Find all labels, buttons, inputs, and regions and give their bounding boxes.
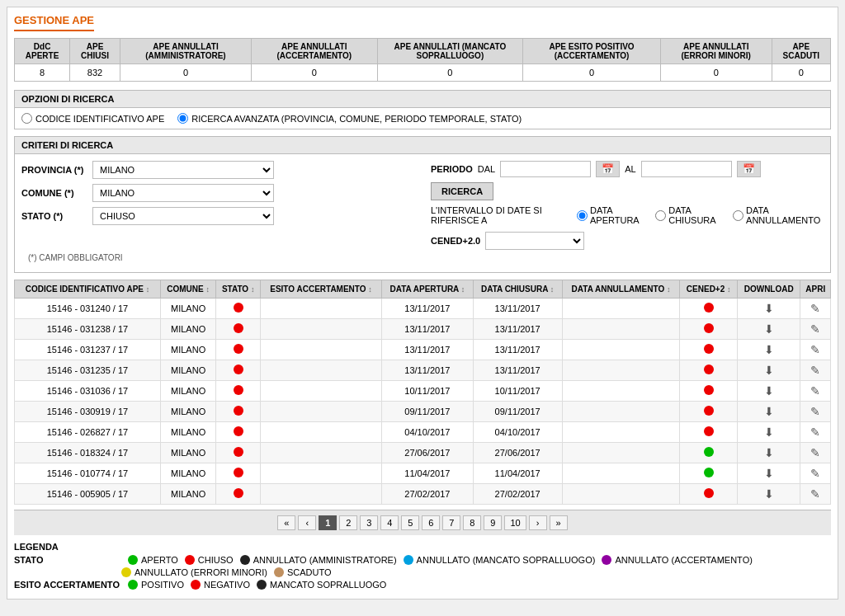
cell-apri[interactable]: ✎ bbox=[800, 319, 831, 340]
cell-download[interactable]: ⬇ bbox=[737, 443, 800, 463]
radio-date-apertura[interactable] bbox=[577, 210, 588, 221]
radio-avanzata-label[interactable]: RICERCA AVANZATA (PROVINCIA, COMUNE, PER… bbox=[177, 113, 522, 124]
col-header-apertura[interactable]: DATA APERTURA ↕ bbox=[382, 280, 474, 299]
cell-cened bbox=[680, 299, 737, 319]
edit-icon[interactable]: ✎ bbox=[810, 426, 820, 439]
cell-download[interactable]: ⬇ bbox=[737, 299, 800, 319]
cell-apri[interactable]: ✎ bbox=[800, 402, 831, 422]
al-calendar-btn[interactable]: 📅 bbox=[737, 161, 761, 177]
cell-cened bbox=[680, 360, 737, 381]
cell-chiusura: 04/10/2017 bbox=[473, 422, 562, 443]
radio-codice-text: CODICE IDENTIFICATIVO APE bbox=[35, 114, 164, 124]
page-9[interactable]: 9 bbox=[484, 515, 502, 530]
provincia-select[interactable]: MILANO bbox=[92, 161, 274, 179]
page-3[interactable]: 3 bbox=[360, 515, 378, 530]
cell-download[interactable]: ⬇ bbox=[737, 319, 800, 340]
download-icon[interactable]: ⬇ bbox=[764, 446, 774, 459]
cell-annullamento bbox=[562, 402, 680, 422]
radio-codice[interactable] bbox=[21, 113, 32, 124]
legend-positivo: POSITIVO bbox=[128, 580, 184, 590]
cell-download[interactable]: ⬇ bbox=[737, 463, 800, 484]
page-8[interactable]: 8 bbox=[463, 515, 481, 530]
page-first[interactable]: « bbox=[277, 515, 295, 530]
cell-comune: MILANO bbox=[160, 381, 215, 402]
cell-apri[interactable]: ✎ bbox=[800, 360, 831, 381]
cell-apri[interactable]: ✎ bbox=[800, 443, 831, 463]
download-icon[interactable]: ⬇ bbox=[764, 405, 774, 418]
cell-download[interactable]: ⬇ bbox=[737, 484, 800, 505]
cened-label: CENED+2.0 bbox=[431, 236, 480, 246]
date-chiusura-label[interactable]: DATA CHIUSURA bbox=[655, 205, 725, 225]
cell-apri[interactable]: ✎ bbox=[800, 381, 831, 402]
cell-apertura: 13/11/2017 bbox=[382, 360, 474, 381]
dal-input[interactable] bbox=[500, 161, 591, 177]
cell-chiusura: 10/11/2017 bbox=[473, 381, 562, 402]
cell-apri[interactable]: ✎ bbox=[800, 484, 831, 505]
download-icon[interactable]: ⬇ bbox=[764, 302, 774, 315]
cell-download[interactable]: ⬇ bbox=[737, 340, 800, 360]
cened-select[interactable] bbox=[485, 232, 584, 250]
col-header-esito[interactable]: ESITO ACCERTAMENTO ↕ bbox=[261, 280, 382, 299]
edit-icon[interactable]: ✎ bbox=[810, 384, 820, 397]
radio-avanzata[interactable] bbox=[177, 113, 188, 124]
comune-label: COMUNE (*) bbox=[21, 188, 87, 198]
stato-select[interactable]: CHIUSO bbox=[92, 207, 274, 225]
edit-icon[interactable]: ✎ bbox=[810, 302, 820, 315]
criteria-box: CRITERI DI RICERCA PROVINCIA (*) MILANO … bbox=[14, 136, 831, 273]
cell-apri[interactable]: ✎ bbox=[800, 299, 831, 319]
dal-calendar-btn[interactable]: 📅 bbox=[596, 161, 620, 177]
col-header-annullamento[interactable]: DATA ANNULLAMENTO ↕ bbox=[562, 280, 680, 299]
al-input[interactable] bbox=[641, 161, 732, 177]
cell-download[interactable]: ⬇ bbox=[737, 422, 800, 443]
cell-download[interactable]: ⬇ bbox=[737, 402, 800, 422]
comune-select[interactable]: MILANO bbox=[92, 184, 274, 202]
cell-stato bbox=[216, 319, 261, 340]
cell-apri[interactable]: ✎ bbox=[800, 340, 831, 360]
col-header-comune[interactable]: COMUNE ↕ bbox=[160, 280, 215, 299]
col-header-stato[interactable]: STATO ↕ bbox=[216, 280, 261, 299]
page-1[interactable]: 1 bbox=[319, 515, 337, 530]
date-annullamento-label[interactable]: DATA ANNULLAMENTO bbox=[733, 205, 824, 225]
cell-download[interactable]: ⬇ bbox=[737, 381, 800, 402]
edit-icon[interactable]: ✎ bbox=[810, 467, 820, 480]
page-10[interactable]: 10 bbox=[504, 515, 526, 530]
col-header-chiusura[interactable]: DATA CHIUSURA ↕ bbox=[473, 280, 562, 299]
page-6[interactable]: 6 bbox=[422, 515, 440, 530]
page-7[interactable]: 7 bbox=[442, 515, 460, 530]
download-icon[interactable]: ⬇ bbox=[764, 426, 774, 439]
download-icon[interactable]: ⬇ bbox=[764, 467, 774, 480]
download-icon[interactable]: ⬇ bbox=[764, 343, 774, 356]
radio-codice-label[interactable]: CODICE IDENTIFICATIVO APE bbox=[21, 113, 164, 124]
edit-icon[interactable]: ✎ bbox=[810, 405, 820, 418]
edit-icon[interactable]: ✎ bbox=[810, 446, 820, 459]
download-icon[interactable]: ⬇ bbox=[764, 322, 774, 336]
col-header-codice[interactable]: CODICE IDENTIFICATIVO APE ↕ bbox=[15, 280, 161, 299]
page-next[interactable]: › bbox=[529, 515, 547, 530]
download-icon[interactable]: ⬇ bbox=[764, 487, 774, 501]
date-apertura-label[interactable]: DATA APERTURA bbox=[577, 205, 647, 225]
page-5[interactable]: 5 bbox=[401, 515, 419, 530]
cell-chiusura: 13/11/2017 bbox=[473, 319, 562, 340]
cell-stato bbox=[216, 360, 261, 381]
page-prev[interactable]: ‹ bbox=[298, 515, 316, 530]
legend-stato-row: STATO APERTO CHIUSO ANNULLATO (AMMINISTR… bbox=[14, 555, 831, 565]
radio-date-annullamento[interactable] bbox=[733, 210, 744, 221]
legend-esito-row: ESITO ACCERTAMENTO POSITIVO NEGATIVO MAN… bbox=[14, 580, 831, 590]
download-icon[interactable]: ⬇ bbox=[764, 364, 774, 377]
edit-icon[interactable]: ✎ bbox=[810, 364, 820, 377]
page-4[interactable]: 4 bbox=[380, 515, 399, 530]
edit-icon[interactable]: ✎ bbox=[810, 487, 820, 501]
edit-icon[interactable]: ✎ bbox=[810, 343, 820, 356]
page-2[interactable]: 2 bbox=[339, 515, 357, 530]
page-last[interactable]: » bbox=[550, 515, 568, 530]
search-button[interactable]: RICERCA bbox=[431, 182, 493, 200]
radio-date-chiusura[interactable] bbox=[655, 210, 666, 221]
cell-esito bbox=[261, 340, 382, 360]
cell-codice: 15146 - 031235 / 17 bbox=[15, 360, 161, 381]
edit-icon[interactable]: ✎ bbox=[810, 322, 820, 336]
download-icon[interactable]: ⬇ bbox=[764, 384, 774, 397]
cell-apri[interactable]: ✎ bbox=[800, 422, 831, 443]
col-header-cened[interactable]: CENED+2 ↕ bbox=[680, 280, 737, 299]
cell-apri[interactable]: ✎ bbox=[800, 463, 831, 484]
cell-download[interactable]: ⬇ bbox=[737, 360, 800, 381]
